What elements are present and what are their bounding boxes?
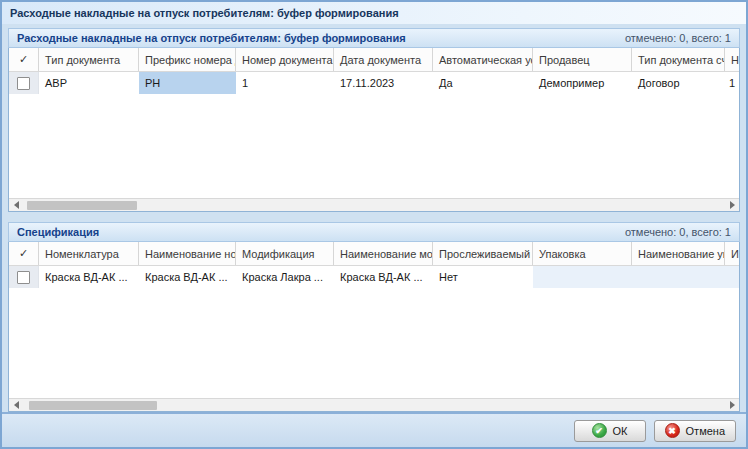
column-header-number-prefix[interactable]: Префикс номера д xyxy=(139,48,236,71)
column-header-automatic[interactable]: Автоматическая ус xyxy=(433,48,533,71)
column-header-doc-type[interactable]: Тип документа xyxy=(39,48,139,71)
cell-n[interactable]: 1 xyxy=(725,72,739,94)
invoices-panel-counter: отмечено: 0, всего: 1 xyxy=(625,32,731,44)
cell-invoice-doc-type[interactable]: Договор xyxy=(632,72,725,94)
cell-traceable[interactable]: Нет xyxy=(433,266,533,288)
row-checkbox[interactable] xyxy=(17,271,30,284)
column-header-modification-name[interactable]: Наименование мод xyxy=(334,242,433,265)
panel-gap xyxy=(8,212,740,222)
cell-nomenclature-name[interactable]: Краска ВД-АК ... xyxy=(139,266,236,288)
column-header-nomenclature[interactable]: Номенклатура xyxy=(39,242,139,265)
check-column-header[interactable]: ✓ xyxy=(9,242,39,265)
cancel-button[interactable]: ✖ Отмена xyxy=(654,420,736,442)
column-header-doc-date[interactable]: Дата документа xyxy=(334,48,433,71)
column-header-n[interactable]: Н xyxy=(725,48,739,71)
ok-button-label: ОК xyxy=(613,425,628,437)
scroll-thumb[interactable] xyxy=(29,401,157,410)
invoices-table-header-row: ✓ Тип документа Префикс номера д Номер д… xyxy=(9,48,739,72)
column-header-packaging-name[interactable]: Наименование упа xyxy=(632,242,725,265)
scroll-right-arrow-icon[interactable] xyxy=(725,399,739,412)
invoices-panel: Расходные накладные на отпуск потребител… xyxy=(8,28,740,212)
specification-table-row[interactable]: Краска ВД-АК ... Краска ВД-АК ... Краска… xyxy=(9,266,739,288)
invoices-panel-title: Расходные накладные на отпуск потребител… xyxy=(17,32,406,44)
cell-i[interactable] xyxy=(725,266,739,288)
cell-number-prefix-selected[interactable]: РН xyxy=(139,72,236,94)
column-header-seller[interactable]: Продавец xyxy=(533,48,632,71)
cell-modification-name[interactable]: Краска ВД-АК ... xyxy=(334,266,433,288)
specification-table-header-row: ✓ Номенклатура Наименование ном Модифика… xyxy=(9,242,739,266)
cell-packaging-name[interactable] xyxy=(632,266,725,288)
scroll-right-arrow-icon[interactable] xyxy=(725,199,739,212)
cell-doc-date[interactable]: 17.11.2023 xyxy=(334,72,433,94)
column-header-invoice-doc-type[interactable]: Тип документа счё xyxy=(632,48,725,71)
cell-doc-type[interactable]: АВР xyxy=(39,72,139,94)
dialog-content: Расходные накладные на отпуск потребител… xyxy=(2,24,746,412)
column-header-nomenclature-name[interactable]: Наименование ном xyxy=(139,242,236,265)
invoices-panel-header: Расходные накладные на отпуск потребител… xyxy=(8,28,740,48)
specification-panel-header: Спецификация отмечено: 0, всего: 1 xyxy=(8,222,740,242)
scroll-left-arrow-icon[interactable] xyxy=(9,199,23,212)
specification-panel-counter: отмечено: 0, всего: 1 xyxy=(625,226,731,238)
cell-seller[interactable]: Демопример xyxy=(533,72,632,94)
cancel-button-label: Отмена xyxy=(686,425,725,437)
cancel-x-icon: ✖ xyxy=(665,423,680,438)
row-check-cell xyxy=(9,266,39,288)
column-header-modification[interactable]: Модификация xyxy=(236,242,334,265)
specification-table-empty-area[interactable] xyxy=(9,288,739,398)
specification-table: ✓ Номенклатура Наименование ном Модифика… xyxy=(8,242,740,412)
scroll-thumb[interactable] xyxy=(27,201,137,210)
cell-automatic[interactable]: Да xyxy=(433,72,533,94)
column-header-doc-number[interactable]: Номер документа. xyxy=(236,48,334,71)
footer-bar: ✔ ОК ✖ Отмена xyxy=(2,412,746,447)
row-check-cell xyxy=(9,72,39,94)
cell-packaging[interactable] xyxy=(533,266,632,288)
invoices-h-scrollbar[interactable] xyxy=(9,198,739,211)
column-header-i[interactable]: И xyxy=(725,242,739,265)
row-checkbox[interactable] xyxy=(17,77,30,90)
column-header-packaging[interactable]: Упаковка xyxy=(533,242,632,265)
specification-panel-title: Спецификация xyxy=(17,226,99,238)
specification-h-scrollbar[interactable] xyxy=(9,398,739,411)
check-column-header[interactable]: ✓ xyxy=(9,48,39,71)
specification-panel: Спецификация отмечено: 0, всего: 1 ✓ Ном… xyxy=(8,222,740,412)
invoices-table-empty-area[interactable] xyxy=(9,94,739,198)
title-bar[interactable]: Расходные накладные на отпуск потребител… xyxy=(2,2,746,24)
cell-nomenclature[interactable]: Краска ВД-АК ... xyxy=(39,266,139,288)
ok-button[interactable]: ✔ ОК xyxy=(574,420,646,442)
scroll-left-arrow-icon[interactable] xyxy=(9,399,23,412)
ok-check-icon: ✔ xyxy=(592,423,607,438)
invoices-table: ✓ Тип документа Префикс номера д Номер д… xyxy=(8,48,740,212)
cell-modification[interactable]: Краска Лакра ... xyxy=(236,266,334,288)
cell-doc-number[interactable]: 1 xyxy=(236,72,334,94)
dialog-window: Расходные накладные на отпуск потребител… xyxy=(0,0,748,449)
column-header-traceable[interactable]: Прослеживаемый т xyxy=(433,242,533,265)
window-title: Расходные накладные на отпуск потребител… xyxy=(10,7,399,19)
invoices-table-row[interactable]: АВР РН 1 17.11.2023 Да Демопример Догово… xyxy=(9,72,739,94)
